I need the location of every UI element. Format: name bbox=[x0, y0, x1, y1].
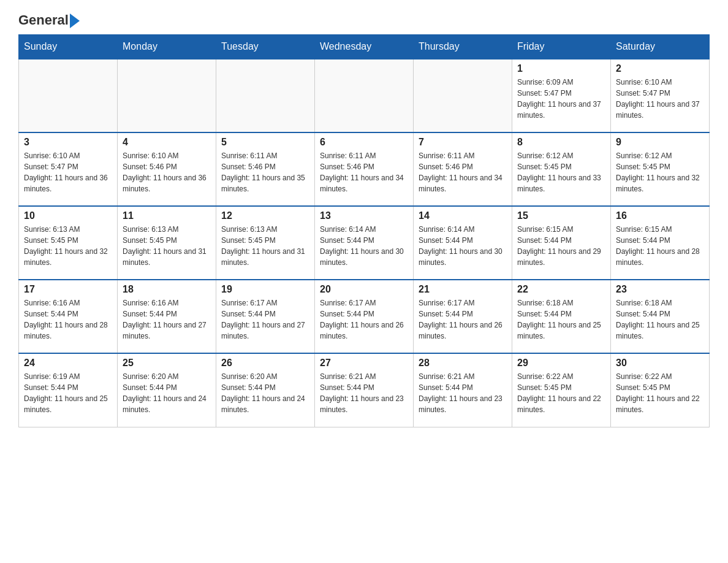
day-number: 20 bbox=[320, 284, 408, 295]
weekday-header-thursday: Thursday bbox=[414, 35, 512, 59]
calendar-cell: 3Sunrise: 6:10 AMSunset: 5:47 PMDaylight… bbox=[19, 132, 118, 206]
calendar-week-row: 10Sunrise: 6:13 AMSunset: 5:45 PMDayligh… bbox=[19, 206, 710, 280]
day-info: Sunrise: 6:11 AMSunset: 5:46 PMDaylight:… bbox=[320, 150, 408, 194]
day-number: 18 bbox=[123, 284, 211, 295]
day-number: 15 bbox=[517, 210, 605, 221]
day-number: 12 bbox=[221, 210, 309, 221]
calendar-cell: 8Sunrise: 6:12 AMSunset: 5:45 PMDaylight… bbox=[512, 132, 611, 206]
calendar-cell: 24Sunrise: 6:19 AMSunset: 5:44 PMDayligh… bbox=[19, 353, 118, 427]
calendar-cell: 16Sunrise: 6:15 AMSunset: 5:44 PMDayligh… bbox=[611, 206, 710, 280]
calendar-cell: 29Sunrise: 6:22 AMSunset: 5:45 PMDayligh… bbox=[512, 353, 611, 427]
day-info: Sunrise: 6:17 AMSunset: 5:44 PMDaylight:… bbox=[221, 297, 309, 342]
day-info: Sunrise: 6:11 AMSunset: 5:46 PMDaylight:… bbox=[221, 150, 309, 194]
calendar-cell: 17Sunrise: 6:16 AMSunset: 5:44 PMDayligh… bbox=[19, 280, 118, 353]
calendar-cell: 19Sunrise: 6:17 AMSunset: 5:44 PMDayligh… bbox=[216, 280, 315, 353]
calendar-week-row: 3Sunrise: 6:10 AMSunset: 5:47 PMDaylight… bbox=[19, 132, 710, 206]
day-info: Sunrise: 6:13 AMSunset: 5:45 PMDaylight:… bbox=[123, 224, 211, 268]
calendar-cell bbox=[19, 59, 118, 132]
calendar-cell: 10Sunrise: 6:13 AMSunset: 5:45 PMDayligh… bbox=[19, 206, 118, 280]
day-number: 21 bbox=[419, 284, 507, 295]
day-info: Sunrise: 6:10 AMSunset: 5:47 PMDaylight:… bbox=[24, 150, 112, 194]
calendar-cell: 12Sunrise: 6:13 AMSunset: 5:45 PMDayligh… bbox=[216, 206, 315, 280]
calendar-cell bbox=[315, 59, 414, 132]
calendar-cell bbox=[118, 59, 216, 132]
calendar-cell: 7Sunrise: 6:11 AMSunset: 5:46 PMDaylight… bbox=[414, 132, 512, 206]
day-number: 29 bbox=[517, 358, 605, 369]
calendar-cell: 30Sunrise: 6:22 AMSunset: 5:45 PMDayligh… bbox=[611, 353, 710, 427]
calendar-week-row: 1Sunrise: 6:09 AMSunset: 5:47 PMDaylight… bbox=[19, 59, 710, 132]
calendar-cell: 6Sunrise: 6:11 AMSunset: 5:46 PMDaylight… bbox=[315, 132, 414, 206]
day-number: 6 bbox=[320, 137, 408, 148]
day-number: 17 bbox=[24, 284, 112, 295]
day-info: Sunrise: 6:11 AMSunset: 5:46 PMDaylight:… bbox=[419, 150, 507, 194]
day-number: 27 bbox=[320, 358, 408, 369]
logo: General bbox=[18, 12, 80, 28]
day-number: 8 bbox=[517, 137, 605, 148]
day-info: Sunrise: 6:21 AMSunset: 5:44 PMDaylight:… bbox=[320, 371, 408, 415]
calendar-week-row: 17Sunrise: 6:16 AMSunset: 5:44 PMDayligh… bbox=[19, 280, 710, 353]
day-info: Sunrise: 6:18 AMSunset: 5:44 PMDaylight:… bbox=[517, 297, 605, 342]
day-info: Sunrise: 6:13 AMSunset: 5:45 PMDaylight:… bbox=[221, 224, 309, 268]
calendar-cell: 15Sunrise: 6:15 AMSunset: 5:44 PMDayligh… bbox=[512, 206, 611, 280]
calendar-cell: 22Sunrise: 6:18 AMSunset: 5:44 PMDayligh… bbox=[512, 280, 611, 353]
day-info: Sunrise: 6:15 AMSunset: 5:44 PMDaylight:… bbox=[616, 224, 704, 268]
day-number: 28 bbox=[419, 358, 507, 369]
page-header: General bbox=[18, 12, 710, 28]
day-number: 3 bbox=[24, 137, 112, 148]
calendar-cell: 25Sunrise: 6:20 AMSunset: 5:44 PMDayligh… bbox=[118, 353, 216, 427]
calendar-cell: 20Sunrise: 6:17 AMSunset: 5:44 PMDayligh… bbox=[315, 280, 414, 353]
day-number: 30 bbox=[616, 358, 704, 369]
day-number: 2 bbox=[616, 63, 704, 74]
calendar-cell: 9Sunrise: 6:12 AMSunset: 5:45 PMDaylight… bbox=[611, 132, 710, 206]
day-info: Sunrise: 6:10 AMSunset: 5:46 PMDaylight:… bbox=[123, 150, 211, 194]
day-info: Sunrise: 6:20 AMSunset: 5:44 PMDaylight:… bbox=[221, 371, 309, 415]
calendar-cell: 2Sunrise: 6:10 AMSunset: 5:47 PMDaylight… bbox=[611, 59, 710, 132]
weekday-header-friday: Friday bbox=[512, 35, 611, 59]
weekday-header-wednesday: Wednesday bbox=[315, 35, 414, 59]
calendar-cell: 26Sunrise: 6:20 AMSunset: 5:44 PMDayligh… bbox=[216, 353, 315, 427]
day-number: 24 bbox=[24, 358, 112, 369]
calendar-cell: 18Sunrise: 6:16 AMSunset: 5:44 PMDayligh… bbox=[118, 280, 216, 353]
calendar-cell: 28Sunrise: 6:21 AMSunset: 5:44 PMDayligh… bbox=[414, 353, 512, 427]
calendar-week-row: 24Sunrise: 6:19 AMSunset: 5:44 PMDayligh… bbox=[19, 353, 710, 427]
calendar-cell: 14Sunrise: 6:14 AMSunset: 5:44 PMDayligh… bbox=[414, 206, 512, 280]
day-number: 14 bbox=[419, 210, 507, 221]
day-info: Sunrise: 6:14 AMSunset: 5:44 PMDaylight:… bbox=[419, 224, 507, 268]
calendar-cell: 13Sunrise: 6:14 AMSunset: 5:44 PMDayligh… bbox=[315, 206, 414, 280]
calendar-cell: 23Sunrise: 6:18 AMSunset: 5:44 PMDayligh… bbox=[611, 280, 710, 353]
day-info: Sunrise: 6:12 AMSunset: 5:45 PMDaylight:… bbox=[616, 150, 704, 194]
day-info: Sunrise: 6:09 AMSunset: 5:47 PMDaylight:… bbox=[517, 77, 605, 121]
day-info: Sunrise: 6:14 AMSunset: 5:44 PMDaylight:… bbox=[320, 224, 408, 268]
day-number: 19 bbox=[221, 284, 309, 295]
day-info: Sunrise: 6:19 AMSunset: 5:44 PMDaylight:… bbox=[24, 371, 112, 415]
day-number: 22 bbox=[517, 284, 605, 295]
day-info: Sunrise: 6:21 AMSunset: 5:44 PMDaylight:… bbox=[419, 371, 507, 415]
day-number: 16 bbox=[616, 210, 704, 221]
calendar-table: SundayMondayTuesdayWednesdayThursdayFrid… bbox=[18, 34, 710, 427]
day-info: Sunrise: 6:17 AMSunset: 5:44 PMDaylight:… bbox=[320, 297, 408, 342]
day-number: 7 bbox=[419, 137, 507, 148]
day-info: Sunrise: 6:12 AMSunset: 5:45 PMDaylight:… bbox=[517, 150, 605, 194]
calendar-cell: 5Sunrise: 6:11 AMSunset: 5:46 PMDaylight… bbox=[216, 132, 315, 206]
calendar-cell: 21Sunrise: 6:17 AMSunset: 5:44 PMDayligh… bbox=[414, 280, 512, 353]
weekday-header-sunday: Sunday bbox=[19, 35, 118, 59]
day-info: Sunrise: 6:17 AMSunset: 5:44 PMDaylight:… bbox=[419, 297, 507, 342]
calendar-cell bbox=[216, 59, 315, 132]
weekday-header-tuesday: Tuesday bbox=[216, 35, 315, 59]
calendar-cell: 11Sunrise: 6:13 AMSunset: 5:45 PMDayligh… bbox=[118, 206, 216, 280]
day-number: 23 bbox=[616, 284, 704, 295]
day-number: 1 bbox=[517, 63, 605, 74]
day-info: Sunrise: 6:20 AMSunset: 5:44 PMDaylight:… bbox=[123, 371, 211, 415]
calendar-body: 1Sunrise: 6:09 AMSunset: 5:47 PMDaylight… bbox=[19, 59, 710, 427]
weekday-header-saturday: Saturday bbox=[611, 35, 710, 59]
day-number: 4 bbox=[123, 137, 211, 148]
calendar-cell bbox=[414, 59, 512, 132]
day-number: 11 bbox=[123, 210, 211, 221]
day-number: 10 bbox=[24, 210, 112, 221]
logo-general: General bbox=[18, 12, 80, 28]
day-info: Sunrise: 6:15 AMSunset: 5:44 PMDaylight:… bbox=[517, 224, 605, 268]
day-info: Sunrise: 6:22 AMSunset: 5:45 PMDaylight:… bbox=[517, 371, 605, 415]
calendar-header-row: SundayMondayTuesdayWednesdayThursdayFrid… bbox=[19, 35, 710, 59]
calendar-cell: 4Sunrise: 6:10 AMSunset: 5:46 PMDaylight… bbox=[118, 132, 216, 206]
day-info: Sunrise: 6:10 AMSunset: 5:47 PMDaylight:… bbox=[616, 77, 704, 121]
